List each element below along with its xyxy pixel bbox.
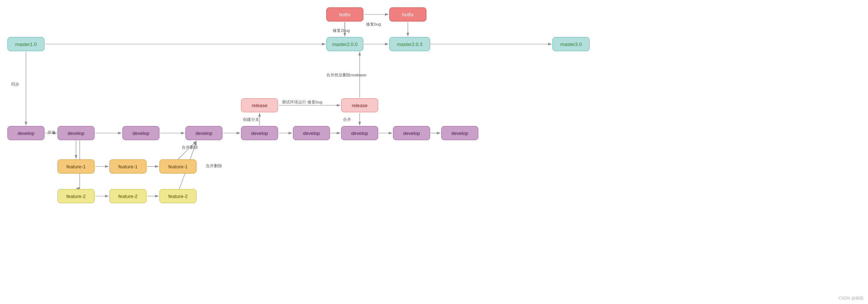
node-develop4: develop	[185, 126, 222, 140]
node-feature2c: feature-2	[159, 189, 197, 203]
node-feature1c: feature-1	[159, 159, 197, 174]
label-sync: 同步	[11, 82, 19, 87]
node-release2: release	[341, 98, 378, 112]
node-develop3: develop	[122, 126, 159, 140]
svg-line-27	[178, 141, 197, 159]
label-fix2bug: 修复2bug	[333, 28, 350, 33]
node-feature1a: feature-1	[57, 159, 95, 174]
label-merge: 合并	[343, 117, 351, 122]
label-fix-bug: 修复bug	[366, 22, 381, 27]
diagram-container: master1.0 master2.0.0 master2.0.3 master…	[0, 0, 868, 304]
node-develop1: develop	[7, 126, 44, 140]
node-develop7: develop	[341, 126, 378, 140]
node-develop6: develop	[293, 126, 330, 140]
node-master1: master1.0	[7, 37, 44, 51]
node-hotfix1: hotfix	[326, 7, 363, 22]
node-master200: master2.0.0	[326, 37, 363, 51]
node-feature2b: feature-2	[109, 189, 146, 203]
node-feature1b: feature-1	[109, 159, 146, 174]
label-test-fix: 测试环境运行 修复bug	[282, 99, 322, 105]
node-develop2: develop	[57, 126, 95, 140]
label-merge-delete1: 合并删除	[182, 145, 198, 150]
label-merge-delete2: 合并删除	[206, 163, 222, 169]
node-hotfix2: hotfix	[389, 7, 426, 22]
label-create-branch: 创建分支	[243, 117, 259, 122]
node-master3: master3.0	[552, 37, 590, 51]
watermark: CSDN @南阳	[839, 295, 864, 301]
node-master203: master2.0.3	[389, 37, 430, 51]
label-merge-delete-release: 合并然后删除realease	[326, 72, 366, 78]
node-release1: release	[241, 98, 278, 112]
label-develop-arrow: 开发	[47, 130, 56, 135]
node-feature2a: feature-2	[57, 189, 95, 203]
node-develop8: develop	[393, 126, 430, 140]
arrows-svg	[0, 0, 868, 304]
node-develop9: develop	[441, 126, 478, 140]
node-develop5: develop	[241, 126, 278, 140]
